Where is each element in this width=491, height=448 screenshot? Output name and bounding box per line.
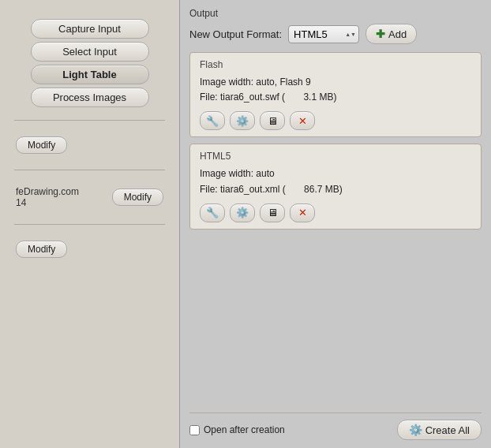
flash-file-line: File: tiara6_out.swf ( 3.1 MB) (200, 90, 471, 105)
html5-monitor-button[interactable]: 🖥 (260, 203, 285, 222)
flash-wrench-button[interactable]: 🔧 (200, 111, 225, 130)
flash-delete-button[interactable]: ✕ (290, 111, 315, 130)
open-after-checkbox[interactable] (189, 425, 200, 435)
divider-3 (14, 224, 165, 225)
html5-action-buttons: 🔧 ⚙️ 🖥 ✕ (200, 203, 471, 222)
select-input-button[interactable]: Select Input (31, 42, 149, 62)
flash-action-buttons: 🔧 ⚙️ 🖥 ✕ (200, 111, 471, 130)
flash-image-width: Image width: auto, Flash 9 (200, 75, 471, 90)
section-1-row: Modify (16, 136, 163, 154)
flash-section: Flash Image width: auto, Flash 9 File: t… (189, 52, 482, 137)
divider-2 (14, 170, 165, 170)
modify-button-3[interactable]: Modify (16, 241, 67, 258)
open-after-label: Open after creation (204, 424, 285, 435)
flash-file-text: File: tiara6_out.swf ( (200, 91, 285, 103)
add-label: Add (388, 28, 407, 40)
nav-buttons: Capture InputSelect InputLight TableProc… (8, 16, 171, 110)
format-select[interactable]: HTML5 Flash PDF (288, 25, 359, 43)
html5-file-size: 86.7 MB) (304, 184, 343, 195)
html5-image-width: Image width: auto (200, 166, 471, 181)
new-output-label: New Output Format: (189, 28, 282, 40)
output-label: Output (189, 8, 482, 19)
flash-file-info: Image width: auto, Flash 9 File: tiara6_… (200, 75, 471, 105)
add-button[interactable]: ✚ Add (365, 24, 417, 44)
html5-section: HTML5 Image width: auto File: tiara6_out… (189, 144, 482, 229)
html5-wrench-button[interactable]: 🔧 (200, 203, 225, 222)
capture-input-button[interactable]: Capture Input (31, 19, 149, 39)
process-images-button[interactable]: Process Images (31, 88, 149, 107)
html5-file-text: File: tiara6_out.xml ( (200, 184, 286, 195)
section-2: feDrawing.com14 Modify (8, 180, 171, 215)
flash-file-size: 3.1 MB) (303, 91, 336, 103)
bottom-bar: Open after creation ⚙️ Create All (189, 413, 482, 440)
html5-section-title: HTML5 (200, 151, 471, 162)
html5-file-line: File: tiara6_out.xml ( 86.7 MB) (200, 182, 471, 197)
right-panel: Output New Output Format: HTML5 Flash PD… (180, 0, 491, 448)
section-2-info: feDrawing.com14 (16, 186, 79, 208)
flash-monitor-button[interactable]: 🖥 (260, 111, 285, 130)
divider-1 (14, 120, 165, 121)
section-1: Modify (8, 130, 171, 160)
flash-section-title: Flash (200, 59, 471, 70)
section-2-row: feDrawing.com14 Modify (16, 186, 163, 208)
format-select-wrapper: HTML5 Flash PDF (288, 25, 359, 43)
create-all-button[interactable]: ⚙️ Create All (397, 420, 482, 440)
section-3-row: Modify (16, 241, 163, 258)
flash-gear-button[interactable]: ⚙️ (230, 111, 255, 130)
create-all-label: Create All (425, 424, 470, 436)
html5-gear-button[interactable]: ⚙️ (230, 203, 255, 222)
light-table-button[interactable]: Light Table (31, 65, 149, 84)
html5-delete-button[interactable]: ✕ (290, 203, 315, 222)
open-after-row: Open after creation (189, 424, 285, 435)
modify-button-1[interactable]: Modify (16, 136, 67, 154)
add-icon: ✚ (376, 28, 385, 40)
left-panel: Capture InputSelect InputLight TableProc… (0, 0, 180, 448)
section-3: Modify (8, 234, 171, 264)
create-icon: ⚙️ (409, 424, 422, 436)
new-output-row: New Output Format: HTML5 Flash PDF ✚ Add (189, 24, 482, 44)
html5-file-info: Image width: auto File: tiara6_out.xml (… (200, 166, 471, 196)
modify-button-2[interactable]: Modify (112, 189, 163, 206)
